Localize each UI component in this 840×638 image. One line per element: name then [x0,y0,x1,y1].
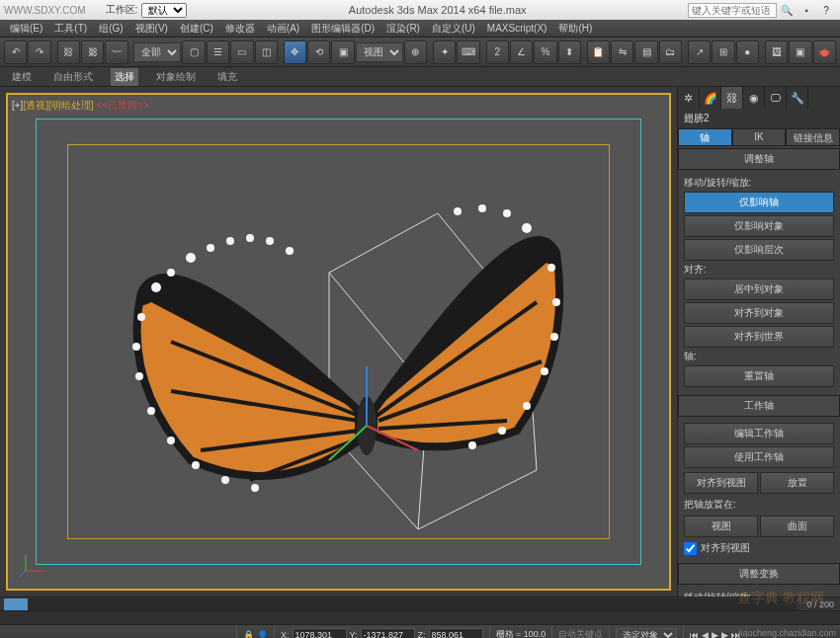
render-frame-button[interactable]: ▣ [789,40,811,64]
workspace-select[interactable]: 默认 [141,3,187,18]
tab-display-icon[interactable]: 🖵 [765,87,787,109]
tab-modeling[interactable]: 建模 [8,68,36,86]
selection-filter-dropdown[interactable]: 全部 [133,42,181,62]
menu-graph-editors[interactable]: 图形编辑器(D) [305,20,380,38]
window-crossing-button[interactable]: ◫ [255,40,278,64]
select-by-name-button[interactable]: ☰ [207,40,229,64]
key-mode-dropdown[interactable]: 选定对象 [616,628,677,639]
play-icon[interactable]: ▶ [712,630,718,639]
help-star-icon[interactable]: ⋆ [798,2,814,18]
btn-align-to-view[interactable]: 对齐到视图 [684,472,758,494]
menu-animation[interactable]: 动画(A) [261,20,305,38]
render-setup-button[interactable]: 🖼 [765,40,788,64]
ref-coord-dropdown[interactable]: 视图 [356,42,403,62]
object-name-field[interactable]: 翅膀2 [678,109,840,128]
manipulate-button[interactable]: ✦ [433,40,456,64]
pivot-center-button[interactable]: ⊕ [404,40,427,64]
next-frame-icon[interactable]: ▶ [721,630,728,639]
tab-create-icon[interactable]: ✲ [678,87,700,109]
butterfly-model[interactable] [102,154,576,529]
coord-z-input[interactable] [429,628,483,639]
viewport-label[interactable]: [+][透视][明暗处理] <<已禁用>> [12,99,149,113]
person-icon[interactable]: 👤 [257,630,268,639]
curve-editor-button[interactable]: ↗ [688,40,711,64]
keyboard-shortcut-button[interactable]: ⌨ [457,40,479,64]
btn-affect-pivot-only[interactable]: 仅影响轴 [684,192,834,213]
time-slider[interactable]: 0 / 200 [0,597,840,610]
select-object-button[interactable]: ▢ [182,40,205,64]
menu-edit[interactable]: 编辑(E) [4,20,48,38]
tab-modify-icon[interactable]: 🌈 [700,87,721,109]
coord-x-input[interactable] [293,628,347,639]
subtab-pivot[interactable]: 轴 [678,128,732,146]
tab-populate[interactable]: 填充 [213,68,241,86]
btn-place-surface[interactable]: 曲面 [760,516,834,537]
unlink-button[interactable]: ⛓̸ [81,40,104,64]
viewport-perspective[interactable]: [+][透视][明暗处理] <<已禁用>> [6,93,671,591]
lock-icon[interactable]: 🔒 [243,630,254,639]
snap-angle-button[interactable]: ∠ [510,40,533,64]
svg-point-0 [151,282,161,292]
btn-center-to-object[interactable]: 居中到对象 [684,279,834,300]
align-button[interactable]: ▤ [634,40,657,64]
btn-align-to-world[interactable]: 对齐到世界 [684,326,834,348]
named-selection-button[interactable]: 📋 [587,40,610,64]
time-thumb[interactable] [4,598,28,610]
svg-point-4 [226,237,234,245]
btn-place-view[interactable]: 视图 [684,516,758,537]
btn-use-working-pivot[interactable]: 使用工作轴 [684,446,834,468]
tab-selection[interactable]: 选择 [111,68,138,86]
chk-align-to-view[interactable] [684,542,697,555]
goto-start-icon[interactable]: ⏮ [690,630,699,639]
select-rotate-button[interactable]: ⟲ [307,40,330,64]
rollout-working-pivot[interactable]: 工作轴 [678,395,840,417]
snap-2d-button[interactable]: 2 [486,40,509,64]
snap-percent-button[interactable]: % [534,40,556,64]
tab-motion-icon[interactable]: ◉ [743,87,765,109]
search-input[interactable] [688,3,777,18]
coord-y-input[interactable] [361,628,415,639]
help-icon[interactable]: ? [818,2,834,18]
menu-view[interactable]: 视图(V) [129,20,174,38]
rollout-adjust-transform[interactable]: 调整变换 [678,563,840,585]
tab-object-paint[interactable]: 对象绘制 [152,68,200,86]
render-button[interactable]: 🫖 [813,40,836,64]
bind-spacewarp-button[interactable]: 〰 [105,40,127,64]
select-scale-button[interactable]: ▣ [331,40,354,64]
link-button[interactable]: ⛓ [57,40,80,64]
menu-maxscript[interactable]: MAXScript(X) [481,21,553,36]
material-editor-button[interactable]: ● [736,40,759,64]
menu-customize[interactable]: 自定义(U) [426,20,481,38]
rollout-adjust-pivot[interactable]: 调整轴 [678,148,840,170]
btn-affect-hierarchy-only[interactable]: 仅影响层次 [684,239,834,261]
tab-hierarchy-icon[interactable]: ⛓ [721,87,743,109]
menu-tools[interactable]: 工具(T) [48,20,93,38]
btn-affect-object-only[interactable]: 仅影响对象 [684,215,834,237]
auto-key-button[interactable]: 自动关键点 [558,628,603,638]
select-move-button[interactable]: ✥ [284,40,306,64]
select-region-button[interactable]: ▭ [230,40,253,64]
undo-button[interactable]: ↶ [4,40,27,64]
prev-frame-icon[interactable]: ◀ [702,630,709,639]
schematic-view-button[interactable]: ⊞ [712,40,734,64]
subtab-ik[interactable]: IK [732,128,787,146]
track-bar[interactable] [0,610,840,624]
btn-place-reset[interactable]: 放置 [760,472,834,494]
layer-button[interactable]: 🗂 [659,40,682,64]
menu-render[interactable]: 渲染(R) [380,20,426,38]
tab-freeform[interactable]: 自由形式 [49,68,97,86]
menu-create[interactable]: 创建(C) [174,20,219,38]
search-icon[interactable]: 🔍 [779,2,795,18]
btn-reset-pivot[interactable]: 重置轴 [684,365,834,387]
tab-utilities-icon[interactable]: 🔧 [787,87,808,109]
subtab-linkinfo[interactable]: 链接信息 [786,128,840,146]
menu-modifiers[interactable]: 修改器 [219,20,261,38]
svg-point-19 [454,207,462,215]
redo-button[interactable]: ↷ [28,40,50,64]
btn-edit-working-pivot[interactable]: 编辑工作轴 [684,423,834,444]
mirror-button[interactable]: ⇋ [611,40,633,64]
btn-align-to-object[interactable]: 对齐到对象 [684,302,834,324]
spinner-snap-button[interactable]: ⬍ [558,40,581,64]
menu-help[interactable]: 帮助(H) [552,20,598,38]
menu-group[interactable]: 组(G) [93,20,128,38]
